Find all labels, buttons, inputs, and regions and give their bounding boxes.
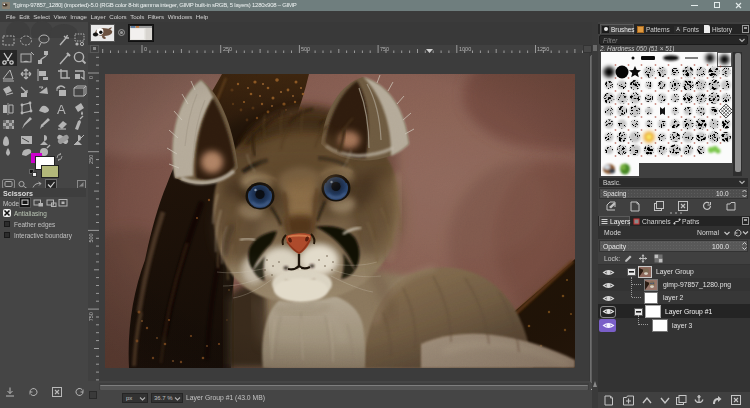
svg-text:1250: 1250: [537, 46, 549, 52]
svg-text:750: 750: [380, 46, 389, 52]
svg-text:0: 0: [88, 76, 94, 79]
svg-text:A: A: [57, 102, 66, 117]
svg-text:500: 500: [301, 46, 310, 52]
svg-text:250: 250: [223, 46, 232, 52]
svg-text:750: 750: [88, 312, 94, 321]
svg-text:250: 250: [88, 155, 94, 164]
svg-text:0: 0: [144, 46, 147, 52]
svg-text:1000: 1000: [459, 46, 471, 52]
svg-text:500: 500: [88, 233, 94, 242]
